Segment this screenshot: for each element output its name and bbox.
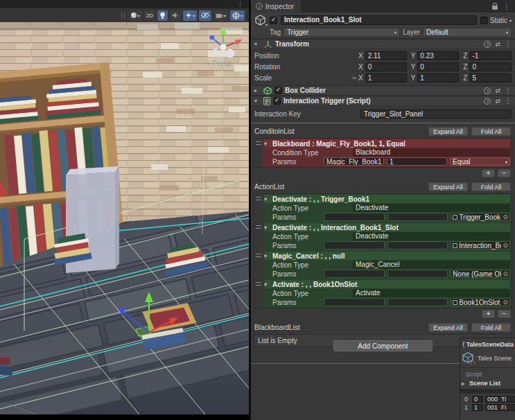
component-menu-icon[interactable]: ⋮ bbox=[505, 40, 512, 48]
rotation-z-field[interactable]: 0 bbox=[469, 62, 512, 71]
object-picker-icon[interactable]: ⊙ bbox=[503, 299, 508, 306]
transform-header[interactable]: ▾ Transform ? ⇄ ⋮ bbox=[251, 39, 515, 49]
remove-item-button[interactable]: − bbox=[498, 169, 511, 177]
component-menu-icon[interactable]: ⋮ bbox=[505, 87, 512, 94]
scene-index-field[interactable]: 0 bbox=[472, 396, 483, 403]
foldout-arrow-icon[interactable]: ▾ bbox=[254, 98, 261, 104]
foldout-arrow-icon[interactable]: ▸ bbox=[254, 87, 261, 94]
presets-icon[interactable]: ⇄ bbox=[495, 98, 500, 105]
rotation-x-field[interactable]: 0 bbox=[365, 62, 407, 71]
tab-inspector[interactable]: i Inspector bbox=[251, 0, 301, 12]
gameobject-cube-icon[interactable]: ▾ bbox=[254, 15, 266, 26]
expand-all-button[interactable]: Expand All bbox=[428, 182, 468, 191]
foldout-arrow-icon[interactable]: ▸ bbox=[462, 380, 468, 387]
action-item[interactable]: ▾Activate : , , Book1OnSlot Action TypeA… bbox=[254, 279, 512, 308]
action-object-field[interactable]: Book1OnSlot⊙ bbox=[451, 298, 510, 306]
action-object-field[interactable]: Interaction_Book1_⊙ bbox=[451, 241, 510, 250]
gameobject-name-field[interactable]: Interaction_Book1_Slot bbox=[281, 15, 477, 25]
scene-list-row[interactable]: 0 0 000_Ti bbox=[460, 395, 515, 403]
2d-toggle-button[interactable]: 2D bbox=[144, 10, 155, 21]
foldout-arrow-icon[interactable]: ▾ bbox=[264, 196, 270, 202]
action-type-value[interactable]: Activate bbox=[353, 289, 510, 297]
perspective-label[interactable]: < Persp bbox=[206, 60, 232, 67]
scale-z-field[interactable]: 5 bbox=[469, 73, 512, 82]
help-icon[interactable]: ? bbox=[484, 87, 491, 94]
inspector-menu-icon[interactable]: ⋮ bbox=[503, 3, 510, 10]
action-param2-field[interactable] bbox=[387, 270, 448, 278]
expand-all-button[interactable]: Expand All bbox=[428, 127, 468, 136]
condition-item[interactable]: ▾ Blackboard : Magic_Fly_Book1, 1, Equal… bbox=[254, 139, 512, 167]
condition-operator-dropdown[interactable]: Equal▾ bbox=[450, 157, 510, 166]
action-type-value[interactable]: Deactivate bbox=[353, 232, 510, 240]
object-picker-icon[interactable]: ⊙ bbox=[503, 242, 508, 249]
scene-data-header[interactable]: {} TalesSceneData bbox=[460, 338, 515, 350]
scene-list-row[interactable]: 1 1 001_Fi bbox=[460, 403, 515, 412]
component-enabled-checkbox[interactable] bbox=[274, 87, 282, 94]
presets-icon[interactable]: ⇄ bbox=[495, 87, 500, 94]
help-icon[interactable]: ? bbox=[484, 41, 491, 48]
drag-handle-icon[interactable] bbox=[254, 279, 263, 308]
remove-item-button[interactable]: − bbox=[498, 310, 511, 318]
box-collider-header[interactable]: ▸ Box Collider ? ⇄ ⋮ bbox=[251, 85, 515, 96]
action-param1-field[interactable] bbox=[324, 270, 385, 278]
action-param2-field[interactable] bbox=[387, 241, 448, 250]
scale-link-icon[interactable]: ∞ bbox=[350, 75, 358, 81]
interaction-trigger-header[interactable]: ▾ Interaction Trigger (Script) ? ⇄ ⋮ bbox=[251, 96, 515, 106]
fold-all-button[interactable]: Fold All bbox=[471, 323, 511, 332]
action-object-field[interactable]: None (Game Object)⊙ bbox=[451, 270, 510, 278]
scale-x-field[interactable]: 1 bbox=[365, 73, 407, 82]
fold-all-button[interactable]: Fold All bbox=[471, 127, 511, 136]
drag-handle-icon[interactable] bbox=[254, 194, 263, 222]
tag-dropdown[interactable]: Trigger ▾ bbox=[283, 28, 400, 37]
object-picker-icon[interactable]: ⊙ bbox=[503, 213, 508, 220]
fold-all-button[interactable]: Fold All bbox=[471, 182, 511, 191]
condition-param2-field[interactable]: 1 bbox=[387, 157, 447, 166]
object-picker-icon[interactable]: ⊙ bbox=[503, 270, 508, 277]
scene-list-foldout[interactable]: ▸ Scene List bbox=[460, 378, 515, 388]
scene-index-field[interactable]: 1 bbox=[472, 404, 483, 411]
action-type-value[interactable]: Deactivate bbox=[353, 204, 510, 212]
presets-icon[interactable]: ⇄ bbox=[495, 41, 500, 48]
add-item-button[interactable]: + bbox=[482, 169, 495, 177]
drag-handle-icon[interactable] bbox=[254, 139, 263, 167]
shading-mode-button[interactable]: ▾ bbox=[128, 10, 142, 21]
position-x-field[interactable]: 2.11 bbox=[365, 51, 407, 60]
scene-menu-icon[interactable]: ⋮ bbox=[237, 0, 243, 8]
scene-name-field[interactable]: 000_Ti bbox=[485, 396, 515, 403]
scene-view[interactable]: ⋮ ▾ 2D ▾ ▾ bbox=[0, 0, 249, 420]
action-item[interactable]: ▾Deactivate : , , Trigger_Book1 Action T… bbox=[254, 194, 512, 222]
position-z-field[interactable]: -1 bbox=[469, 51, 512, 60]
add-component-button[interactable]: Add Component bbox=[333, 340, 433, 351]
condition-param1-field[interactable]: Magic_Fly_Book1 bbox=[324, 157, 384, 166]
visibility-toggle-button[interactable] bbox=[199, 10, 211, 21]
rotation-y-field[interactable]: 0 bbox=[417, 62, 459, 71]
action-object-field[interactable]: Trigger_Book1⊙ bbox=[451, 213, 510, 221]
static-checkbox[interactable] bbox=[480, 17, 488, 24]
expand-all-button[interactable]: Expand All bbox=[428, 323, 468, 332]
foldout-arrow-icon[interactable]: ▾ bbox=[264, 281, 270, 288]
drag-handle-icon[interactable] bbox=[254, 222, 263, 251]
scene-name-field[interactable]: 001_Fi bbox=[485, 404, 515, 411]
action-param1-field[interactable] bbox=[324, 241, 385, 250]
drag-handle-icon[interactable] bbox=[254, 251, 263, 279]
lighting-toggle-button[interactable] bbox=[157, 10, 168, 21]
foldout-arrow-icon[interactable]: ▾ bbox=[254, 41, 261, 47]
lock-icon[interactable] bbox=[492, 6, 498, 10]
foldout-arrow-icon[interactable]: ▾ bbox=[264, 141, 270, 147]
action-type-value[interactable]: Magic_Cancel bbox=[353, 261, 510, 269]
scene-data-subtitle-row[interactable]: {} Tales Scene bbox=[460, 350, 515, 368]
camera-settings-button[interactable]: ▾ bbox=[213, 10, 228, 21]
gizmos-toggle-button[interactable]: ▾ bbox=[230, 10, 245, 21]
effects-toggle-button[interactable]: ▾ bbox=[183, 10, 197, 21]
static-dropdown-icon[interactable]: ▾ bbox=[509, 18, 512, 23]
action-item[interactable]: ▾Deactivate : , , Interaction_Book1_Slot… bbox=[254, 222, 512, 251]
add-item-button[interactable]: + bbox=[482, 310, 495, 318]
position-y-field[interactable]: 0.23 bbox=[417, 51, 459, 60]
component-enabled-checkbox[interactable] bbox=[273, 97, 281, 105]
help-icon[interactable]: ? bbox=[484, 98, 491, 105]
action-param2-field[interactable] bbox=[387, 213, 448, 221]
action-item[interactable]: ▾Magic_Cancel : , , null Action TypeMagi… bbox=[254, 251, 512, 279]
action-param1-field[interactable] bbox=[324, 298, 385, 306]
scale-y-field[interactable]: 1 bbox=[417, 73, 459, 82]
component-menu-icon[interactable]: ⋮ bbox=[505, 97, 512, 105]
